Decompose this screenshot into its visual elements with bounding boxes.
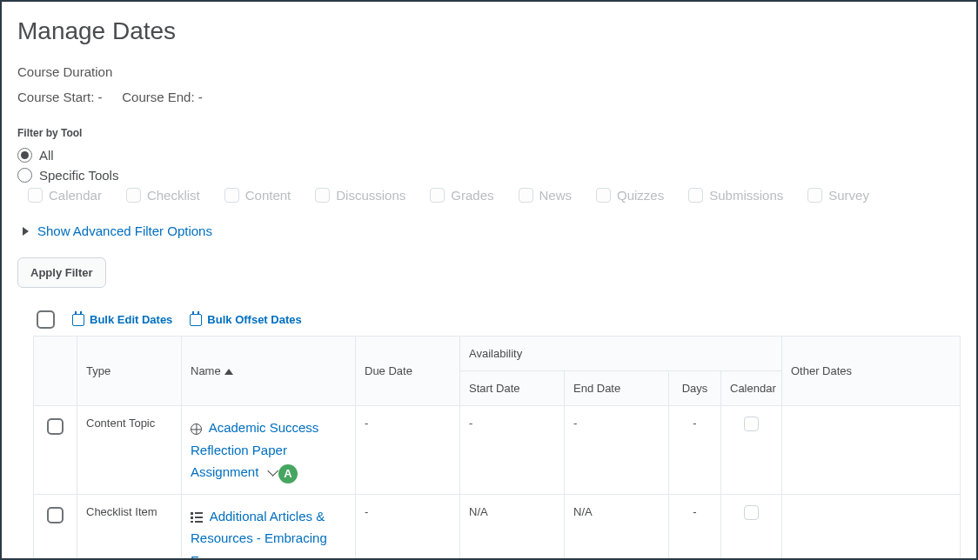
tool-label: Calendar: [49, 188, 102, 203]
checkbox-icon: [519, 188, 533, 203]
cell-due: -: [356, 406, 460, 495]
tool-label: Discussions: [336, 188, 405, 203]
cell-days: -: [669, 494, 721, 560]
filter-all-label: All: [39, 148, 54, 163]
annotation-badge: A: [278, 464, 298, 483]
list-icon: [191, 512, 203, 523]
item-link[interactable]: Academic Success Reflection Paper Assign…: [191, 420, 318, 479]
select-all-checkbox[interactable]: [37, 310, 55, 329]
checkbox-icon: [224, 188, 239, 203]
tool-label: Checklist: [147, 188, 200, 203]
col-start-date[interactable]: Start Date: [460, 371, 565, 406]
tool-check-content[interactable]: Content: [224, 188, 291, 203]
tool-check-quizzes[interactable]: Quizzes: [596, 188, 664, 203]
filter-all-option[interactable]: All: [17, 148, 961, 163]
cell-due: -: [356, 494, 460, 560]
course-duration-label: Course Duration: [17, 64, 961, 79]
cell-calendar: [721, 494, 782, 560]
tool-label: News: [539, 188, 573, 203]
col-due-date[interactable]: Due Date: [356, 337, 460, 406]
expand-icon: [23, 227, 29, 236]
col-name-label: Name: [191, 364, 221, 377]
tool-check-survey[interactable]: Survey: [807, 188, 869, 203]
cell-type: Content Topic: [77, 406, 182, 495]
cell-name: Academic Success Reflection Paper Assign…: [182, 406, 356, 495]
col-other-dates: Other Dates: [782, 337, 961, 406]
tool-check-grades[interactable]: Grades: [430, 188, 493, 203]
table-row: Content Topic Academic Success Reflectio…: [34, 406, 961, 495]
col-availability: Availability: [460, 337, 782, 371]
chevron-down-icon[interactable]: [226, 554, 238, 560]
checkbox-icon: [596, 188, 611, 203]
cell-days: -: [669, 406, 721, 495]
tool-check-calendar[interactable]: Calendar: [28, 188, 102, 203]
cell-start: N/A: [460, 494, 565, 560]
tool-label: Quizzes: [617, 188, 664, 203]
chevron-down-icon[interactable]: [267, 465, 278, 477]
calendar-icon: [72, 314, 84, 326]
radio-unselected-icon: [17, 168, 32, 183]
checkbox-icon: [315, 188, 330, 203]
col-calendar: Calendar: [721, 371, 782, 406]
calendar-checkbox[interactable]: [744, 505, 759, 520]
tool-check-discussions[interactable]: Discussions: [315, 188, 405, 203]
filter-specific-label: Specific Tools: [39, 168, 118, 183]
cell-name: Additional Articles & Resources - Embrac…: [182, 494, 356, 560]
tool-label: Grades: [451, 188, 493, 203]
cell-other: [782, 494, 961, 560]
checkbox-icon: [430, 188, 445, 203]
checkbox-icon: [28, 188, 43, 203]
cell-start: -: [460, 406, 565, 495]
table-row: Checklist Item Additional Articles & Res…: [34, 494, 961, 560]
filter-specific-option[interactable]: Specific Tools: [17, 168, 961, 183]
col-days: Days: [669, 371, 721, 406]
course-start-value: -: [98, 90, 103, 104]
col-type[interactable]: Type: [77, 337, 182, 406]
checkbox-icon: [688, 188, 703, 203]
tool-label: Survey: [828, 188, 869, 203]
tool-label: Content: [245, 188, 291, 203]
bulk-offset-dates-button[interactable]: Bulk Offset Dates: [190, 313, 301, 326]
tool-check-submissions[interactable]: Submissions: [688, 188, 783, 203]
bulk-offset-label: Bulk Offset Dates: [207, 313, 301, 326]
tool-check-news[interactable]: News: [519, 188, 573, 203]
col-select: [34, 337, 77, 406]
radio-selected-icon: [17, 148, 32, 163]
row-checkbox[interactable]: [47, 507, 64, 523]
advanced-filter-toggle[interactable]: Show Advanced Filter Options: [23, 223, 961, 238]
bulk-edit-dates-button[interactable]: Bulk Edit Dates: [72, 313, 172, 326]
apply-filter-button[interactable]: Apply Filter: [17, 257, 106, 288]
cell-other: [782, 406, 961, 495]
calendar-checkbox[interactable]: [744, 417, 759, 431]
sort-asc-icon: [224, 369, 233, 375]
advanced-filter-label: Show Advanced Filter Options: [37, 223, 212, 238]
course-end-value: -: [198, 90, 203, 104]
bulk-edit-label: Bulk Edit Dates: [90, 313, 172, 326]
row-checkbox[interactable]: [47, 418, 64, 435]
dates-table: Type Name Due Date Availability Other Da…: [33, 336, 961, 560]
tool-label: Submissions: [709, 188, 783, 203]
course-end-label: Course End:: [122, 90, 194, 104]
col-name[interactable]: Name: [182, 337, 356, 406]
calendar-icon: [190, 314, 202, 326]
page-title: Manage Dates: [17, 17, 961, 45]
checkbox-icon: [126, 188, 141, 203]
course-start-label: Course Start:: [17, 90, 94, 104]
cell-end: N/A: [565, 494, 669, 560]
col-end-date[interactable]: End Date: [565, 371, 669, 406]
cell-end: -: [565, 406, 669, 495]
cell-type: Checklist Item: [77, 494, 182, 560]
specific-tools-list: CalendarChecklistContentDiscussionsGrade…: [28, 188, 961, 203]
course-duration-row: Course Start: - Course End: -: [17, 90, 961, 104]
cell-calendar: [721, 406, 782, 495]
filter-by-tool-heading: Filter by Tool: [17, 127, 961, 139]
checkbox-icon: [807, 188, 822, 203]
item-link[interactable]: Additional Articles & Resources - Embrac…: [191, 509, 327, 560]
tool-check-checklist[interactable]: Checklist: [126, 188, 200, 203]
globe-icon: [191, 423, 202, 435]
